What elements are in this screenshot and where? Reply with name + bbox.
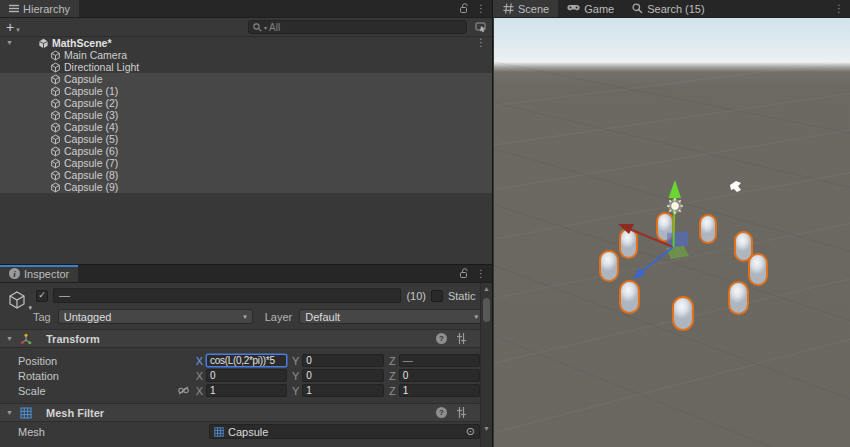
help-icon[interactable]: ? bbox=[436, 333, 447, 344]
active-checkbox[interactable]: ✓ bbox=[36, 290, 48, 302]
name-field[interactable]: — bbox=[53, 288, 402, 303]
hierarchy-row[interactable]: Capsule (9) bbox=[0, 181, 492, 193]
move-gizmo[interactable] bbox=[494, 18, 850, 447]
unity-editor-window: Hierarchy ⋮ + ▾ ▾ bbox=[0, 0, 850, 447]
rotation-z-field[interactable]: 0 bbox=[399, 369, 480, 382]
info-icon: i bbox=[9, 268, 20, 279]
search-icon bbox=[632, 3, 643, 14]
hierarchy-row[interactable]: Directional Light bbox=[0, 61, 492, 73]
chevron-down-icon: ▾ bbox=[264, 24, 267, 31]
hierarchy-row[interactable]: Capsule (8) bbox=[0, 169, 492, 181]
hierarchy-row[interactable]: Capsule (2) bbox=[0, 97, 492, 109]
gizmo-plane-xz[interactable] bbox=[666, 246, 689, 259]
mesh-filter-header[interactable]: ▼ Mesh Filter ? ⋮ bbox=[0, 403, 492, 422]
layer-dropdown[interactable]: Default▾ bbox=[299, 309, 484, 324]
picker-icon[interactable] bbox=[475, 21, 487, 33]
transform-header[interactable]: ▼ Transform ? ⋮ bbox=[0, 329, 492, 348]
cube-icon bbox=[50, 122, 61, 133]
help-icon[interactable]: ? bbox=[436, 407, 447, 418]
foldout-icon[interactable]: ▼ bbox=[6, 37, 16, 49]
hierarchy-row[interactable]: Capsule (5) bbox=[0, 133, 492, 145]
kebab-menu-icon[interactable]: ⋮ bbox=[476, 268, 486, 279]
cursor-icon bbox=[730, 181, 741, 192]
scale-z-field[interactable]: 1 bbox=[399, 384, 480, 397]
gameobject-name: Capsule (7) bbox=[64, 157, 118, 169]
scale-y-field[interactable]: 1 bbox=[302, 384, 383, 397]
gameobject-name: Capsule (2) bbox=[64, 97, 118, 109]
foldout-icon[interactable]: ▼ bbox=[6, 409, 15, 416]
object-picker-icon[interactable]: ⊙ bbox=[466, 426, 475, 437]
tag-dropdown[interactable]: Untagged▾ bbox=[58, 309, 253, 324]
rotation-y-field[interactable]: 0 bbox=[302, 369, 383, 382]
kebab-menu-icon[interactable]: ⋮ bbox=[476, 37, 486, 49]
transform-title: Transform bbox=[46, 333, 100, 345]
kebab-menu-icon[interactable]: ⋮ bbox=[476, 3, 486, 14]
hierarchy-row[interactable]: Capsule (7) bbox=[0, 157, 492, 169]
scrollbar-thumb[interactable] bbox=[483, 298, 490, 322]
mesh-icon bbox=[214, 427, 224, 437]
rotation-row: Rotation X 0 Y 0 Z 0 bbox=[0, 368, 492, 383]
scale-label: Scale bbox=[0, 385, 175, 397]
rotation-x-field[interactable]: 0 bbox=[206, 369, 287, 382]
mesh-row: Mesh Capsule ⊙ bbox=[0, 424, 492, 439]
unlock-icon[interactable] bbox=[459, 268, 469, 279]
hierarchy-search-input[interactable]: ▾ All bbox=[248, 20, 467, 34]
directional-light-gizmo-icon[interactable] bbox=[667, 198, 683, 214]
tab-game[interactable]: Game bbox=[558, 0, 623, 17]
inspector-scrollbar[interactable]: ▲ ▼ bbox=[480, 283, 492, 447]
presets-icon[interactable] bbox=[456, 407, 467, 418]
position-y-field[interactable]: 0 bbox=[302, 354, 383, 367]
selection-count: (10) bbox=[406, 290, 426, 302]
gizmo-z-axis[interactable] bbox=[641, 247, 673, 272]
create-button[interactable]: + ▾ bbox=[6, 21, 20, 34]
cube-icon bbox=[50, 86, 61, 97]
gameobject-name: Capsule (8) bbox=[64, 169, 118, 181]
axis-y-label: Y bbox=[290, 355, 299, 367]
hierarchy-row[interactable]: Capsule (3) bbox=[0, 109, 492, 121]
position-row: Position X cos(L(0,2*pi))*5 Y 0 Z — bbox=[0, 353, 492, 368]
hierarchy-toolbar: + ▾ ▾ All bbox=[0, 18, 492, 37]
position-z-field[interactable]: — bbox=[399, 354, 480, 367]
gameobject-name: Capsule (5) bbox=[64, 133, 118, 145]
mesh-object-field[interactable]: Capsule ⊙ bbox=[209, 424, 480, 439]
hierarchy-row[interactable]: Main Camera bbox=[0, 49, 492, 61]
cube-icon bbox=[50, 98, 61, 109]
gizmo-y-arrowhead[interactable] bbox=[669, 180, 682, 198]
tab-scene[interactable]: Scene bbox=[494, 0, 558, 17]
cube-icon bbox=[50, 170, 61, 181]
scroll-up-icon[interactable]: ▲ bbox=[481, 285, 492, 292]
hierarchy-row[interactable]: Capsule bbox=[0, 73, 492, 85]
link-icon[interactable] bbox=[175, 386, 191, 395]
presets-icon[interactable] bbox=[456, 333, 467, 344]
hierarchy-row-scene[interactable]: ▼MathScene*⋮ bbox=[0, 37, 492, 49]
gamepad-icon bbox=[567, 4, 580, 13]
position-x-field[interactable]: cos(L(0,2*pi))*5 bbox=[206, 354, 287, 367]
scene-tabbar: SceneGameSearch (15) ⋮ bbox=[494, 0, 850, 18]
static-checkbox[interactable] bbox=[431, 290, 443, 302]
hierarchy-row[interactable]: Capsule (1) bbox=[0, 85, 492, 97]
tab-hierarchy[interactable]: Hierarchy bbox=[0, 0, 79, 17]
search-placeholder: All bbox=[269, 22, 280, 33]
hierarchy-row[interactable]: Capsule (4) bbox=[0, 121, 492, 133]
tab-inspector-label: Inspector bbox=[24, 268, 69, 280]
cube-icon bbox=[50, 158, 61, 169]
cube-icon bbox=[50, 74, 61, 85]
scene-view-panel: SceneGameSearch (15) ⋮ bbox=[494, 0, 850, 447]
gameobject-name: Capsule (9) bbox=[64, 181, 118, 193]
mesh-filter-icon bbox=[20, 407, 32, 419]
scale-x-field[interactable]: 1 bbox=[206, 384, 287, 397]
unlock-icon[interactable] bbox=[459, 3, 469, 14]
scene-viewport[interactable] bbox=[494, 18, 850, 447]
scroll-down-icon[interactable]: ▼ bbox=[481, 425, 492, 432]
layer-label: Layer bbox=[265, 311, 293, 323]
gizmo-x-axis[interactable] bbox=[627, 228, 673, 247]
gameobject-cube-icon[interactable]: ▾ bbox=[7, 290, 27, 310]
tab-search[interactable]: Search (15) bbox=[623, 0, 713, 17]
cube-icon bbox=[50, 62, 61, 73]
kebab-menu-icon[interactable]: ⋮ bbox=[834, 3, 844, 14]
hierarchy-row[interactable]: Capsule (6) bbox=[0, 145, 492, 157]
hamburger-icon bbox=[9, 4, 19, 13]
foldout-icon[interactable]: ▼ bbox=[6, 335, 15, 342]
tab-inspector[interactable]: i Inspector bbox=[0, 265, 78, 282]
scene-tabbar-tabs: SceneGameSearch (15) bbox=[494, 0, 714, 17]
